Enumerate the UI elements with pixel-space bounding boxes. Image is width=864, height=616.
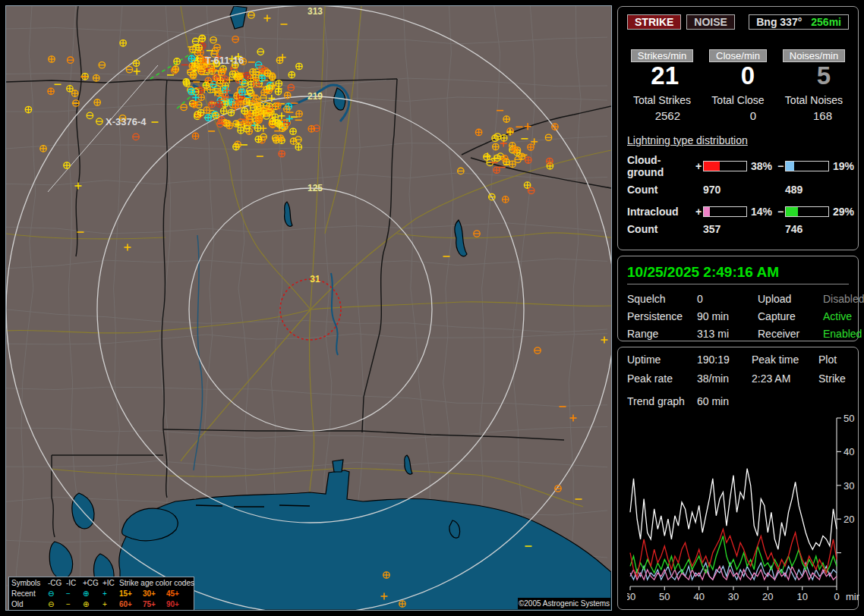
strike-cg-positive-icon — [528, 144, 534, 150]
strike-cg-negative-icon — [133, 134, 139, 140]
strike-cg-positive-icon — [238, 127, 244, 134]
strike-cg-positive-icon — [475, 129, 481, 135]
storm-cell-label: X-3376-4 — [106, 116, 147, 127]
y-tick-label: 50 — [844, 413, 854, 424]
strike-cg-positive-icon — [205, 115, 211, 121]
strike-cg-negative-icon — [288, 84, 294, 90]
strike-cg-positive-icon — [220, 108, 226, 114]
strike-cg-positive-icon — [501, 135, 507, 141]
noise-mode-button[interactable]: NOISE — [686, 14, 735, 30]
strike-cg-positive-icon — [93, 75, 99, 81]
total-close-value: 0 — [703, 109, 773, 122]
range-ring-label: 31 — [310, 274, 320, 284]
strike-ic-positive-icon — [570, 415, 577, 422]
recent-ic-positive-icon: + — [102, 589, 119, 599]
strike-cg-positive-icon — [196, 45, 202, 51]
x-tick-label: 30 — [728, 591, 739, 602]
squelch-label: Squelch — [627, 293, 697, 305]
x-tick-label: 60 — [627, 591, 635, 602]
strike-cg-positive-icon — [228, 109, 234, 115]
ic-positive-bar — [703, 206, 747, 217]
strike-cg-negative-icon — [217, 121, 223, 127]
recent-cg-negative-icon: ⊖ — [48, 589, 66, 599]
strike-ic-positive-icon — [601, 337, 608, 344]
peak-rate-value: 38/min — [697, 372, 752, 385]
capture-value: Active — [823, 310, 864, 322]
ic-count-label: Count — [627, 223, 694, 235]
ic-negative-bar — [785, 206, 829, 217]
strike-cg-positive-icon — [236, 73, 242, 79]
strike-cg-negative-icon — [255, 61, 261, 68]
strikes-per-min-chip[interactable]: Strikes/min — [631, 49, 693, 62]
noises-per-min-chip[interactable]: Noises/min — [783, 49, 845, 62]
ic-positive-count: 357 — [703, 223, 747, 235]
strike-cg-positive-icon — [525, 157, 531, 163]
legend-symbols-header: Symbols — [11, 578, 48, 589]
total-strikes-label: Total Strikes — [627, 94, 697, 106]
age-code: 90+ — [166, 599, 190, 610]
ic-minus-sign: − — [776, 206, 785, 218]
river-lines — [193, 85, 349, 470]
trend-panel: Uptime 190:19 Peak time Plot Peak rate 3… — [617, 347, 859, 610]
range-ring-label: 125 — [307, 183, 323, 193]
cg-positive-pct: 38% — [747, 160, 776, 172]
strike-cg-positive-icon — [502, 156, 508, 162]
cg-negative-pct: 19% — [829, 160, 850, 172]
ic-negative-count: 746 — [785, 223, 829, 235]
trend-graph-label: Trend graph — [627, 395, 697, 407]
y-tick-label: 20 — [844, 514, 854, 525]
strike-cg-negative-icon — [232, 36, 238, 42]
cg-negative-count: 489 — [785, 184, 829, 196]
strike-cg-positive-icon — [256, 117, 262, 123]
strike-cg-positive-icon — [275, 120, 281, 126]
upload-value: Disabled — [823, 293, 864, 305]
strike-cg-positive-icon — [120, 40, 126, 46]
peak-time-label: Peak time — [752, 354, 818, 366]
strike-cg-positive-icon — [255, 136, 261, 142]
strike-cg-positive-icon — [259, 75, 265, 81]
y-tick-label: 40 — [844, 446, 854, 457]
lightning-map[interactable]: 31125219313T-611-16X-3376-4 Symbols -CG … — [5, 5, 612, 611]
x-tick-label: 0 — [834, 591, 839, 602]
strike-cg-positive-icon — [290, 138, 296, 144]
strike-cg-negative-icon — [257, 49, 263, 55]
strike-cg-positive-icon — [192, 133, 198, 139]
strike-mode-button[interactable]: STRIKE — [627, 14, 681, 30]
trend-line--ic — [630, 536, 837, 573]
strike-cg-positive-icon — [250, 69, 256, 75]
ic-negative-pct: 29% — [829, 206, 850, 218]
strike-cg-positive-icon — [222, 93, 228, 99]
strike-cg-positive-icon — [275, 102, 281, 108]
strike-legend: Symbols -CG -IC +CG +IC Strike age color… — [8, 577, 194, 611]
strike-cg-positive-icon — [216, 101, 222, 107]
bearing-readout: Bng 337° 256mi — [749, 14, 849, 30]
strike-cg-negative-icon — [241, 80, 248, 86]
strike-cg-positive-icon — [197, 87, 203, 93]
cloud-ground-label: Cloud-ground — [627, 154, 694, 178]
upload-label: Upload — [758, 293, 823, 305]
strikes-per-min-value: 21 — [627, 62, 697, 90]
strike-cg-positive-icon — [552, 124, 558, 130]
strike-cg-positive-icon — [509, 161, 516, 167]
close-per-min-chip[interactable]: Close/min — [709, 49, 767, 62]
receiver-value: Enabled — [823, 328, 864, 340]
strike-cg-positive-icon — [512, 146, 518, 152]
cg-minus-sign: − — [776, 160, 785, 172]
strike-cg-positive-icon — [296, 63, 302, 69]
y-tick-label: 30 — [844, 480, 854, 492]
persistence-label: Persistence — [627, 310, 697, 322]
old-cg-positive-icon: ⊕ — [83, 599, 102, 610]
strike-cg-positive-icon — [290, 128, 296, 134]
strike-cg-positive-icon — [244, 72, 250, 78]
strike-cg-positive-icon — [213, 74, 219, 80]
ic-positive-pct: 14% — [747, 206, 776, 218]
strike-cg-positive-icon — [203, 82, 209, 88]
old-ic-negative-icon: − — [66, 599, 83, 610]
legend-col-neg-cg: -CG — [48, 578, 66, 589]
cg-plus-sign: + — [694, 160, 703, 172]
strike-cg-positive-icon — [289, 71, 295, 77]
total-noises-label: Total Noises — [779, 94, 849, 106]
strike-cg-negative-icon — [210, 37, 216, 43]
age-code: 60+ — [119, 599, 143, 610]
range-value: 313 mi — [697, 328, 758, 340]
